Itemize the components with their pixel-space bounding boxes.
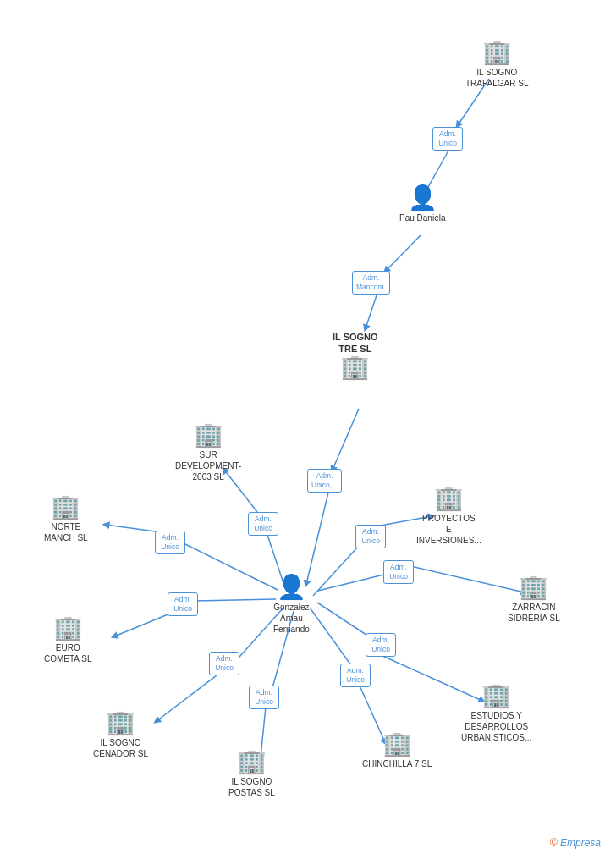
building-icon-tre: 🏢 — [340, 355, 370, 379]
network-diagram: 🏢 IL SOGNO TRAFALGAR SL Adm. Unico 👤 Pau… — [0, 0, 616, 859]
svg-line-5 — [306, 489, 329, 584]
node-il-sogno-cenador: 🏢 IL SOGNO CENADOR SL — [93, 711, 148, 759]
node-gonzalez: 👤 Gonzalez Arnau Fernando — [273, 575, 310, 635]
svg-line-8 — [180, 542, 278, 590]
badge-adm-norte: Adm. Unico — [155, 531, 185, 554]
node-zarracin: 🏢 ZARRACIN SIDRERIA SL — [508, 575, 560, 624]
building-icon-proyectos: 🏢 — [434, 487, 464, 510]
svg-line-2 — [386, 235, 421, 271]
badge-adm-unico-trafalgar: Adm. Unico — [432, 127, 463, 151]
badge-adm-mancom: Adm. Mancom. — [352, 271, 390, 295]
watermark: © Empresa — [550, 837, 601, 849]
node-proyectos: 🏢 PROYECTOS E INVERSIONES... — [416, 487, 481, 546]
badge-adm-chinchilla: Adm. Unico — [340, 664, 371, 687]
building-icon-estudios: 🏢 — [481, 684, 511, 708]
svg-line-4 — [333, 409, 359, 470]
label-norte-manch: NORTE MANCH SL — [44, 521, 88, 543]
svg-line-10 — [193, 599, 276, 601]
node-il-sogno-postas: 🏢 IL SOGNO POSTAS SL — [228, 750, 275, 798]
node-sur-development: 🏢 SUR DEVELOPMENT- 2003 SL — [175, 423, 241, 482]
building-icon-norte: 🏢 — [51, 495, 80, 519]
badge-adm-cenador: Adm. Unico — [209, 652, 239, 675]
building-icon-chinchilla: 🏢 — [382, 732, 412, 756]
badge-adm-proyectos: Adm. Unico — [355, 525, 386, 548]
svg-line-16 — [310, 608, 355, 671]
node-euro-cometa: 🏢 EURO COMETA SL — [44, 616, 92, 664]
label-estudios: ESTUDIOS Y DESARROLLOS URBANISTICOS... — [461, 710, 531, 743]
label-sur-development: SUR DEVELOPMENT- 2003 SL — [175, 449, 241, 482]
person-icon-pau: 👤 — [408, 186, 437, 210]
badge-adm-euro: Adm. Unico — [168, 592, 198, 616]
svg-line-13 — [157, 673, 220, 721]
node-il-sogno-tre: IL SOGNO TRE SL 🏢 — [333, 328, 378, 379]
label-il-sogno-trafalgar: IL SOGNO TRAFALGAR SL — [465, 67, 528, 89]
node-chinchilla: 🏢 CHINCHILLA 7 SL — [362, 732, 432, 769]
badge-adm-postas: Adm. Unico — [249, 686, 279, 709]
person-icon-gonzalez: 👤 — [277, 575, 306, 599]
label-proyectos: PROYECTOS E INVERSIONES... — [416, 513, 481, 546]
label-il-sogno-cenador: IL SOGNO CENADOR SL — [93, 737, 148, 759]
svg-line-3 — [366, 295, 377, 328]
badge-adm-zarracin: Adm. Unico — [383, 560, 414, 584]
label-pau-daniela: Pau Daniela — [399, 212, 445, 223]
watermark-c: © — [550, 837, 558, 849]
building-icon-sur: 🏢 — [194, 423, 223, 447]
building-icon-postas: 🏢 — [237, 750, 267, 774]
watermark-text: Empresa — [560, 837, 601, 849]
building-icon-cenador: 🏢 — [106, 711, 135, 735]
label-zarracin: ZARRACIN SIDRERIA SL — [508, 602, 560, 624]
building-icon-euro: 🏢 — [53, 616, 83, 640]
node-il-sogno-trafalgar: 🏢 IL SOGNO TRAFALGAR SL — [465, 41, 528, 89]
badge-adm-sogno-tre: Adm. Unico,... — [307, 469, 342, 493]
building-icon-zarracin: 🏢 — [519, 575, 548, 599]
badge-adm-estudios: Adm. Unico — [366, 633, 396, 657]
label-gonzalez: Gonzalez Arnau Fernando — [273, 602, 310, 635]
label-il-sogno-postas: IL SOGNO POSTAS SL — [228, 776, 275, 798]
badge-adm-sur: Adm. Unico — [248, 512, 278, 536]
label-chinchilla: CHINCHILLA 7 SL — [362, 758, 432, 769]
node-estudios: 🏢 ESTUDIOS Y DESARROLLOS URBANISTICOS... — [461, 684, 531, 743]
label-euro-cometa: EURO COMETA SL — [44, 642, 92, 664]
label-il-sogno-tre-title: IL SOGNO TRE SL — [333, 331, 378, 355]
node-pau-daniela: 👤 Pau Daniela — [399, 186, 445, 223]
node-norte-manch: 🏢 NORTE MANCH SL — [44, 495, 88, 543]
building-icon-trafalgar: 🏢 — [482, 41, 512, 64]
